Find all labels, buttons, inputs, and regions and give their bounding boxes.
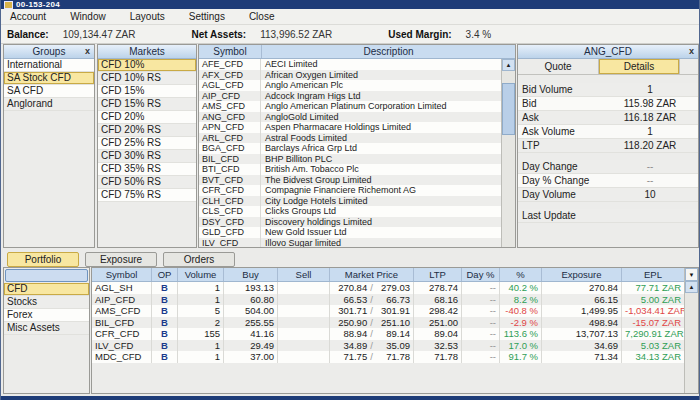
market-list-item[interactable]: CFD 25% RS [98,137,196,150]
menu-item[interactable]: Settings [189,11,225,22]
menu-item[interactable]: Layouts [130,11,165,22]
tab-quote[interactable]: Quote [518,59,599,74]
symbol-cell: ARL_CFD [199,133,261,144]
scroll-up-icon[interactable]: ▲ [502,59,515,71]
symbol-row[interactable]: AFX_CFD African Oxygen Limited [199,70,502,81]
cell-day-pct: -- [462,351,500,363]
tab-details[interactable]: Details [599,59,680,74]
symbol-cell: CFR_CFD [199,185,261,196]
symbol-row[interactable]: CFR_CFD Compagnie Financiere Richemont A… [199,185,502,196]
symbol-row[interactable]: ANG_CFD AngloGold Limited [199,112,502,123]
description-cell: Anglo American Platinum Corporation Limi… [261,101,502,112]
bottom-tab[interactable]: Orders [163,252,235,267]
asset-class-item[interactable]: Stocks [4,296,89,309]
position-row[interactable]: MDC_CFD B 1 37.00 71.75 / 71.78 71.78 --… [92,351,685,363]
menu-item[interactable]: Close [249,11,275,22]
symbol-row[interactable]: AGL_CFD Anglo American Plc [199,80,502,91]
market-bid: 301.71 [333,305,367,317]
symbol-row[interactable]: DSY_CFD Discovery holdings Limited [199,217,502,228]
position-row[interactable]: ILV_CFD B 1 29.49 34.89 / 35.09 32.53 --… [92,340,685,352]
menu-item[interactable]: Window [70,11,106,22]
symbol-row[interactable]: AMS_CFD Anglo American Platinum Corporat… [199,101,502,112]
market-list-item[interactable]: CFD 15% [98,85,196,98]
market-ask: 279.03 [376,282,410,294]
symbol-row[interactable]: BTI_CFD British Am. Tobacco Plc [199,164,502,175]
bottom-tab[interactable]: Exposure [85,252,157,267]
symbol-row[interactable]: AIP_CFD Adcock Ingram Higs Ltd [199,91,502,102]
quote-field-row: Bid Volume 1 [518,83,698,97]
scrollbar-thumb[interactable] [502,83,515,135]
symbol-row[interactable]: BIL_CFD BHP Billiton PLC [199,154,502,165]
symbol-row[interactable]: AFE_CFD AECI Limited [199,59,502,70]
groups-panel-header: Groups x [4,45,94,59]
description-column-header[interactable]: Description [262,45,515,58]
group-list-item[interactable]: Anglorand [4,98,94,111]
market-list-item[interactable]: CFD 50% RS [98,176,196,189]
symbol-row[interactable]: GLD_CFD New Gold Issuer Ltd [199,227,502,238]
market-bid: 270.84 [333,282,367,294]
col-market-price[interactable]: Market Price [330,268,414,281]
cell-day-pct: -- [462,317,500,329]
cell-buy: 193.13 [224,282,278,294]
position-row[interactable]: BIL_CFD B 2 255.55 250.90 / 251.10 251.0… [92,317,685,329]
col-volume[interactable]: Volume [178,268,224,281]
symbol-row[interactable]: BGA_CFD Barclays Africa Grp Ltd [199,143,502,154]
menu-item[interactable]: Account [10,11,46,22]
col-day-pct[interactable]: Day % [462,268,500,281]
quote-field-row: Last Update [518,209,698,223]
symbol-cell: AMS_CFD [199,101,261,112]
symbol-column-header[interactable]: Symbol [199,45,262,58]
asset-class-item[interactable]: CFD [4,283,89,296]
col-symbol[interactable]: Symbol [92,268,152,281]
col-ltp[interactable]: LTP [414,268,462,281]
market-list-item[interactable]: CFD 75% RS [98,189,196,202]
net-assets-label: Net Assets: [192,29,247,40]
symbol-row[interactable]: CLS_CFD Clicks Groups Ltd [199,206,502,217]
symbol-row[interactable]: ARL_CFD Astral Foods Limited [199,133,502,144]
market-list-item[interactable]: CFD 35% RS [98,163,196,176]
col-op[interactable]: OP [152,268,178,281]
market-list-item[interactable]: CFD 15% RS [98,98,196,111]
position-row[interactable]: CFR_CFD B 155 41.16 88.94 / 89.14 89.04 … [92,328,685,340]
market-list-item[interactable]: CFD 20% [98,111,196,124]
asset-class-item[interactable]: Forex [4,309,89,322]
col-epl[interactable]: EPL [622,268,685,281]
portfolio-scrollbar[interactable]: ▼ ▲ ▼ [684,268,698,393]
symbols-scrollbar[interactable]: ▲ ▼ [501,59,515,247]
scroll-up-icon[interactable]: ▲ [685,281,698,293]
group-list-item[interactable]: International [4,59,94,72]
symbol-row[interactable]: CLH_CFD City Lodge Hotels Limited [199,196,502,207]
used-margin-label: Used Margin: [388,29,451,40]
bottom-tab[interactable]: Portfolio [7,252,79,267]
quote-field-value: -- [606,174,694,187]
market-list-item[interactable]: CFD 10% RS [98,72,196,85]
market-list-item[interactable]: CFD 10% [98,59,196,72]
position-row[interactable]: AGL_SH B 1 193.13 270.84 / 279.03 278.74… [92,282,685,294]
market-list-item[interactable]: CFD 20% RS [98,124,196,137]
cell-market-price: 34.89 / 35.09 [330,340,414,352]
groups-close-icon[interactable]: x [85,45,90,58]
symbol-row[interactable]: APN_CFD Aspen Pharmacare Holdings Limite… [199,122,502,133]
symbol-row[interactable]: ILV_CFD Illovo Sugar limited [199,238,502,248]
cell-volume: 1 [178,282,224,294]
symbol-cell: AFE_CFD [199,59,261,70]
asset-class-header[interactable] [5,269,88,282]
asset-class-item[interactable]: Misc Assets [4,322,89,335]
cell-pct: -40.8 % [500,305,542,317]
col-sell[interactable]: Sell [278,268,330,281]
symbol-row[interactable]: BVT_CFD The Bidvest Group Limited [199,175,502,186]
position-row[interactable]: AMS_CFD B 5 504.00 301.71 / 301.91 298.4… [92,305,685,317]
group-list-item[interactable]: SA CFD [4,85,94,98]
col-pct[interactable]: % [500,268,542,281]
portfolio-table: Symbol OP Volume Buy Sell Market Price L… [91,267,699,394]
group-list-item[interactable]: SA Stock CFD [4,72,94,85]
cell-buy: 37.00 [224,351,278,363]
col-exposure[interactable]: Exposure [542,268,622,281]
quote-close-icon[interactable]: x [689,45,694,58]
position-row[interactable]: AIP_CFD B 1 60.80 66.53 / 66.73 68.16 --… [92,294,685,306]
market-list-item[interactable]: CFD 30% RS [98,150,196,163]
column-menu-icon[interactable]: ▼ [685,268,698,281]
title-bar[interactable]: 00-153-204 [1,0,699,9]
col-buy[interactable]: Buy [224,268,278,281]
asset-class-panel: CFD Stocks Forex Misc Assets [3,267,90,394]
